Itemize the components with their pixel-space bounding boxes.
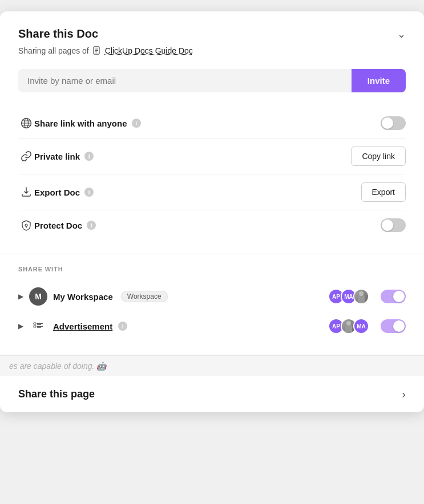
export-button[interactable]: Export [361,182,406,202]
protect-doc-toggle[interactable] [381,218,406,232]
svg-rect-11 [34,323,36,324]
advertisement-toggle-thumb [393,320,405,332]
option-private-link: Private link i Copy link [18,139,406,174]
advertisement-expand-arrow[interactable]: ▶ [18,322,23,330]
option-share-link: Share link with anyone i [18,108,406,139]
share-with-section: SHARE WITH ▶ M My Workspace Workspace AP… [0,254,424,355]
advertisement-toggle-track[interactable] [381,319,406,333]
share-link-info-icon[interactable]: i [132,119,141,128]
share-doc-panel: Share this Doc ⌄ Sharing all pages of Cl… [0,11,424,254]
advertisement-avatar-stack: AP MA [328,318,369,334]
workspace-toggle-track[interactable] [381,290,406,303]
avatar-photo [353,288,369,304]
export-icon [18,186,34,198]
workspace-avatar: M [29,287,47,306]
panel-title: Share this Doc [18,27,98,40]
bg-text: es are capable of doing. 🤖 [9,361,106,371]
invite-row: Invite [18,69,406,92]
protect-doc-info-icon[interactable]: i [87,221,96,230]
doc-icon [92,46,102,55]
list-icon [29,317,47,335]
workspace-toggle-thumb [393,291,405,302]
workspace-badge: Workspace [121,291,168,302]
svg-rect-12 [34,326,36,327]
invite-button[interactable]: Invite [352,69,406,92]
advertisement-toggle[interactable] [381,319,406,333]
share-link-toggle-thumb [382,117,393,129]
shield-icon [18,220,34,231]
workspace-avatar-stack: AP MA [328,288,369,304]
export-doc-label: Export Doc [34,188,80,197]
protect-doc-toggle-track[interactable] [381,218,406,232]
share-link-toggle-track[interactable] [381,116,406,130]
svg-point-9 [25,224,27,226]
options-list: Share link with anyone i Private l [18,108,406,240]
share-link-toggle[interactable] [381,116,406,130]
subtitle-prefix: Sharing all pages of [18,46,89,55]
advertisement-name: Advertisement [53,322,112,331]
workspace-item: ▶ M My Workspace Workspace AP MA [18,282,406,311]
sharing-subtitle: Sharing all pages of ClickUp Docs Guide … [18,46,406,55]
share-with-label: SHARE WITH [18,266,406,273]
protect-doc-toggle-thumb [382,220,393,231]
globe-icon [18,117,34,129]
workspace-expand-arrow[interactable]: ▶ [18,292,23,300]
workspace-toggle[interactable] [381,290,406,303]
doc-name-link[interactable]: ClickUp Docs Guide Doc [105,46,193,55]
panel-header: Share this Doc ⌄ [18,27,406,40]
option-export-doc: Export Doc i Export [18,174,406,210]
share-link-label: Share link with anyone [34,119,127,128]
chevron-down-icon[interactable]: ⌄ [397,28,406,40]
link-icon [18,151,34,162]
invite-input[interactable] [18,69,352,92]
share-page-title: Share this page [18,388,95,400]
protect-doc-label: Protect Doc [34,221,82,230]
share-page-panel[interactable]: Share this page › [0,376,424,412]
advertisement-item: ▶ Advertisement i AP [18,311,406,341]
private-link-label: Private link [34,152,80,161]
copy-link-button[interactable]: Copy link [351,147,406,166]
chevron-right-icon: › [402,388,406,401]
option-protect-doc: Protect Doc i [18,210,406,240]
advertisement-info-icon[interactable]: i [118,322,127,331]
workspace-name: My Workspace [53,292,113,302]
private-link-info-icon[interactable]: i [84,152,94,161]
avatar-ma-2: MA [353,318,369,334]
export-doc-info-icon[interactable]: i [84,188,94,197]
bg-text-strip: es are capable of doing. 🤖 [0,355,424,376]
